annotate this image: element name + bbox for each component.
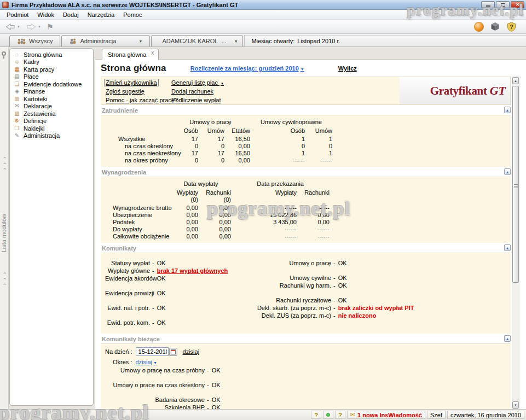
row-label: na czas nieokreślony (105, 150, 171, 157)
komunikaty-left-column: Statusy wypłat-OK Wypłaty główne-brak 17… (105, 260, 252, 334)
insmessage-segment[interactable]: ✉ 1 nowa InsWiadomość (347, 411, 425, 419)
help-indicator-1[interactable]: ? (311, 411, 321, 419)
maximize-button[interactable] (496, 1, 510, 8)
module-strip[interactable]: › › › Lista modułów › › › (0, 47, 9, 409)
tab-strona-glowna[interactable]: Strona główna x (102, 49, 159, 60)
status-value: OK (338, 275, 347, 281)
scrollbar-thumb[interactable] (512, 86, 519, 283)
workspace: › › › Lista modułów › › › ⌂ Strona główn… (0, 47, 526, 409)
cell-value: 0 (250, 143, 305, 150)
collapse-section-button[interactable]: ▲ (504, 244, 511, 251)
sidebar-item-label: Kadry (24, 59, 39, 65)
status-value: OK (212, 404, 221, 409)
help-shield-button[interactable]: ? (506, 22, 516, 32)
sidebar-item-karta-pracy[interactable]: ▦ Karta pracy (10, 66, 93, 73)
sidebar-item-administracja[interactable]: ✎ Administracja (10, 132, 93, 140)
suggestion-link[interactable]: Zgłoś sugestię (106, 88, 144, 97)
document-tab-bar: Strona główna x (95, 47, 526, 60)
tab-user-label: ADAMCZUK KAROL (162, 38, 218, 44)
vertical-scrollbar[interactable]: ▲ ▼ (512, 77, 519, 409)
mail-icon: ✉ (14, 103, 20, 109)
change-user-link[interactable]: Zmień użytkownika (106, 79, 159, 88)
menu-dodaj[interactable]: Dodaj (59, 10, 83, 19)
collapse-section-button[interactable]: ▲ (504, 335, 511, 342)
add-bill-link[interactable]: Dodaj rachunek (171, 88, 213, 97)
minimize-button[interactable] (481, 1, 495, 8)
date-input[interactable] (136, 347, 169, 356)
cell-value: ------ (305, 157, 332, 164)
row-label: Do wypłaty (105, 226, 171, 233)
sidebar-item-kadry[interactable]: ☺ Kadry (10, 59, 93, 66)
tab-close-icon[interactable]: x (151, 50, 154, 56)
insert-sphere-button[interactable] (474, 22, 484, 32)
collapse-section-button[interactable]: ▲ (504, 107, 511, 113)
close-button[interactable]: ✕ (511, 1, 524, 8)
help-indicator-2[interactable]: ? (335, 411, 345, 419)
cell-value: 0,00 (171, 212, 198, 219)
sidebar-item-strona-glowna[interactable]: ⌂ Strona główna (10, 51, 93, 59)
sum-payouts-link[interactable]: Podliczenie wypłat (171, 97, 221, 106)
green-status-icon (326, 413, 330, 417)
cell-value: 0,00 (224, 157, 250, 164)
sidebar-item-place[interactable]: ▤ Płace (10, 73, 93, 81)
sidebar-item-finanse[interactable]: ◈ Finanse (10, 88, 93, 96)
sidebar-item-zestawienia[interactable]: ▧ Zestawienia (10, 110, 93, 118)
row-label: Całkowite obciążenie (105, 233, 171, 240)
okres-dropdown[interactable]: dzisiaj▼ (135, 359, 157, 365)
status-label: Szkolenia BHP (105, 404, 205, 409)
column-header: Osób (171, 127, 198, 136)
sidebar-item-ewidencje-dodatkowe[interactable]: ❏ Ewidencje dodatkowe (10, 80, 93, 88)
missing-payouts-link[interactable]: brak 17 wypłat głównych (157, 267, 228, 274)
menu-pomoc[interactable]: Pomoc (119, 10, 146, 19)
menu-widok[interactable]: Widok (33, 10, 59, 19)
section-zatrudnienie: Zatrudnienie ▲ Umowy o pracę Umowy cywil… (101, 107, 511, 167)
sidebar-item-definicje[interactable]: ⚙ Definicje (10, 118, 93, 125)
status-value: OK (157, 260, 166, 266)
cell-value: ------ (297, 226, 330, 233)
period-link[interactable]: Rozliczenie za miesiąc: grudzień 2010▼ (190, 65, 304, 72)
okres-label: Okres : (113, 359, 132, 365)
collapse-section-button[interactable]: ▲ (504, 168, 511, 175)
tab-administracja-caret-icon[interactable]: ▼ (138, 39, 142, 43)
help-start-link[interactable]: Pomoc - jak zacząć pracę? (106, 97, 178, 106)
envelope-icon: ✉ (350, 411, 355, 418)
tab-administracja[interactable]: Administracja ▼ (61, 35, 150, 46)
sidebar-item-deklaracje[interactable]: ✉ Deklaracje (10, 103, 93, 110)
pin-icon[interactable] (2, 51, 6, 56)
tab-wszyscy[interactable]: Wszyscy (9, 35, 60, 46)
section-komunikaty: Komunikaty ▲ Statusy wypłat-OK Wypłaty g… (101, 244, 511, 334)
menu-podmiot[interactable]: Podmiot (2, 10, 33, 19)
cell-value: ------ (297, 205, 330, 212)
flag-button[interactable]: ⚑ (45, 21, 55, 32)
people-group-icon (17, 38, 26, 44)
scroll-up-button[interactable]: ▲ (512, 77, 519, 84)
tab-user-more[interactable]: ... (221, 38, 226, 44)
alert-value: nie naliczono (338, 312, 377, 319)
status-value: OK (212, 382, 221, 388)
sidebar-item-naklejki[interactable]: ❐ Naklejki (10, 125, 93, 132)
column-header: Wypłaty (0) (171, 189, 198, 205)
back-button[interactable]: ▼ (3, 22, 22, 32)
scroll-down-button[interactable]: ▼ (512, 401, 519, 409)
cell-value: ------ (231, 226, 297, 233)
tab-user[interactable]: ADAMCZUK KAROL ... ▼ (151, 35, 243, 46)
thumb-grip (514, 184, 518, 188)
cell-value: 0,00 (198, 205, 231, 212)
tab-administracja-label: Administracja (80, 38, 116, 44)
forward-button[interactable]: ▼ (24, 22, 43, 32)
wylicz-link[interactable]: Wylicz (338, 65, 357, 72)
generate-payroll-link[interactable]: Generuj listę płac ▼ (171, 79, 224, 88)
statusbar: ? ? ✉ 1 nowa InsWiadomość Szef czwartek,… (0, 409, 526, 420)
tab-user-caret-icon[interactable]: ▼ (234, 39, 238, 43)
status-value: OK (338, 297, 347, 304)
cell-value: 0,00 (171, 219, 198, 226)
sidebar-item-label: Karta pracy (24, 66, 54, 73)
cell-value: 15 022,86 (231, 212, 297, 219)
menu-narzedzia[interactable]: Narzędzia (83, 10, 119, 19)
section-komunikaty-title: Komunikaty (102, 245, 136, 252)
calendar-button[interactable] (169, 348, 177, 356)
sidebar-item-kartoteki[interactable]: ▥ Kartoteki (10, 95, 93, 103)
cube-button[interactable] (490, 22, 500, 31)
today-link[interactable]: dzisiaj (183, 348, 200, 355)
people-icon (69, 38, 77, 44)
